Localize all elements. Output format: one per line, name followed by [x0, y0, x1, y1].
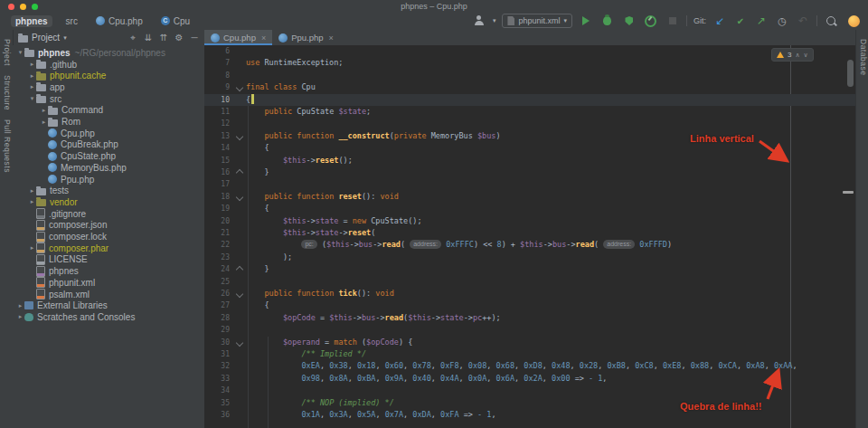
code-line-14[interactable]: 14 {	[204, 142, 855, 154]
tree-item-src[interactable]: ▾src	[13, 93, 205, 105]
user-menu-icon[interactable]	[472, 14, 486, 28]
tree-item-license[interactable]: LICENSE	[13, 254, 205, 266]
tree-item-phpnes[interactable]: phpnes	[13, 265, 205, 277]
fold-marker-icon[interactable]	[236, 290, 243, 298]
next-warning-button[interactable]: ∨	[804, 52, 808, 59]
breadcrumb-item-phpnes[interactable]: phpnes	[11, 15, 52, 27]
tree-item-tests[interactable]: ▸tests	[13, 185, 205, 196]
tree-chevron-icon[interactable]: ▸	[28, 61, 36, 68]
code-line-8[interactable]: 8	[204, 70, 855, 81]
select-opened-file-button-icon[interactable]: ⌖	[127, 33, 139, 43]
code-line-10[interactable]: 10{	[204, 94, 855, 106]
fold-marker-icon[interactable]	[236, 194, 243, 201]
code-line-28[interactable]: 28 $opCode = $this->bus->read($this->sta…	[204, 312, 855, 324]
tree-item-app[interactable]: ▸app	[13, 81, 205, 93]
tree-chevron-icon[interactable]: ▸	[16, 302, 24, 309]
code-line-33[interactable]: 33 0x98, 0x8A, 0xBA, 0x9A, 0x40, 0x4A, 0…	[204, 373, 855, 385]
tree-item-scratches-and-consoles[interactable]: ▸Scratches and Consoles	[13, 311, 205, 323]
tool-stripe-pull-requests[interactable]: Pull Requests	[3, 119, 12, 173]
tree-chevron-icon[interactable]: ▸	[28, 72, 36, 80]
fold-marker-icon[interactable]	[236, 133, 243, 140]
code-line-12[interactable]: 12	[204, 118, 855, 129]
tree-item-github[interactable]: ▸.github	[13, 59, 205, 71]
tree-item-cpustate-php[interactable]: CpuState.php	[13, 150, 205, 162]
tab-cpu-php[interactable]: Cpu.php×	[204, 30, 272, 45]
code-line-19[interactable]: 19 {	[204, 203, 855, 214]
tree-item-phpnes[interactable]: ▾phpnes~/RG/personal/phpnes	[13, 47, 205, 59]
code-line-18[interactable]: 18 public function reset(): void	[204, 191, 855, 203]
code-line-15[interactable]: 15 $this->reset();	[204, 155, 855, 166]
breadcrumb-item-src[interactable]: src	[61, 15, 82, 27]
tree-chevron-icon[interactable]: ▸	[40, 107, 48, 114]
project-panel-title-group[interactable]: Project ▾	[18, 33, 67, 43]
code-line-31[interactable]: 31 /** Implied */	[204, 348, 855, 360]
breadcrumb-item-cpu[interactable]: CCpu	[156, 15, 194, 27]
tab-ppu-php[interactable]: Ppu.php×	[272, 30, 340, 45]
tree-item-vendor[interactable]: ▸vendor	[13, 196, 205, 208]
tree-item-command[interactable]: ▸Command	[13, 105, 205, 117]
code-line-16[interactable]: 16 }	[204, 166, 855, 178]
code-line-17[interactable]: 17	[204, 178, 855, 190]
tree-item-cpu-php[interactable]: Cpu.php	[13, 128, 205, 139]
tree-item-ppu-php[interactable]: Ppu.php	[13, 174, 205, 185]
tree-item-memorybus-php[interactable]: MemoryBus.php	[13, 162, 205, 174]
close-tab-icon[interactable]: ×	[329, 33, 334, 43]
code-line-25[interactable]: 25	[204, 276, 855, 288]
code-line-22[interactable]: 22 pc: ($this->bus->read( address: 0xFFF…	[204, 239, 855, 251]
code-line-26[interactable]: 26 public function tick(): void	[204, 288, 855, 300]
tree-item-rom[interactable]: ▸Rom	[13, 116, 205, 128]
prev-warning-button[interactable]: ∧	[795, 52, 799, 59]
code-line-11[interactable]: 11 public CpuState $state;	[204, 106, 855, 118]
avatar-icon[interactable]	[846, 14, 861, 28]
tool-stripe-database[interactable]: Database	[859, 39, 868, 75]
code-editor[interactable]: 67use RuntimeException;89final class Cpu…	[204, 45, 855, 428]
search-everywhere-button-icon[interactable]	[824, 14, 838, 28]
tree-item-external-libraries[interactable]: ▸External Libraries	[13, 300, 205, 311]
minimize-window-button[interactable]	[20, 4, 26, 10]
commit-button-icon[interactable]: ✔	[733, 14, 748, 28]
close-window-button[interactable]	[8, 4, 14, 10]
tree-item-cpubreak-php[interactable]: CpuBreak.php	[13, 139, 205, 151]
tree-chevron-icon[interactable]: ▾	[28, 95, 36, 102]
tree-item-composer-phar[interactable]: ▸composer.phar	[13, 243, 205, 254]
tree-chevron-icon[interactable]: ▸	[28, 244, 36, 252]
code-line-13[interactable]: 13 public function __construct(private M…	[204, 130, 855, 142]
tree-item-phpunit-xml[interactable]: phpunit.xml	[13, 277, 205, 289]
run-configuration-select[interactable]: phpunit.xml ▾	[502, 14, 572, 28]
fold-marker-icon[interactable]	[236, 169, 243, 176]
fold-marker-icon[interactable]	[236, 338, 243, 346]
code-line-20[interactable]: 20 $this->state = new CpuState();	[204, 215, 855, 227]
code-line-7[interactable]: 7use RuntimeException;	[204, 57, 855, 69]
tool-stripe-project[interactable]: Project	[3, 39, 12, 66]
tree-item-gitignore[interactable]: .gitignore	[13, 208, 205, 220]
code-line-30[interactable]: 30 $operand = match ($opCode) {	[204, 337, 855, 348]
tree-item-phpunit-cache[interactable]: ▸phpunit.cache	[13, 70, 205, 81]
code-line-23[interactable]: 23 );	[204, 252, 855, 263]
debug-button-icon[interactable]	[600, 14, 615, 28]
hide-button-icon[interactable]: ─	[188, 33, 201, 43]
expand-all-button-icon[interactable]: ⇊	[142, 33, 155, 43]
fold-marker-icon[interactable]	[236, 266, 243, 273]
settings-button-icon[interactable]: ⚙	[173, 33, 185, 43]
tree-item-psalm-xml[interactable]: psalm.xml	[13, 289, 205, 300]
code-line-24[interactable]: 24 }	[204, 263, 855, 275]
code-line-34[interactable]: 34	[204, 385, 855, 396]
code-line-29[interactable]: 29	[204, 324, 855, 336]
code-line-27[interactable]: 27 {	[204, 300, 855, 311]
tree-chevron-icon[interactable]: ▸	[16, 313, 24, 320]
tree-chevron-icon[interactable]: ▾	[16, 49, 24, 56]
history-button-icon[interactable]: ◷	[775, 14, 789, 28]
error-stripe-mark[interactable]	[843, 191, 854, 194]
tool-stripe-structure[interactable]: Structure	[3, 75, 12, 110]
profiler-button-icon[interactable]	[644, 14, 658, 28]
update-project-button-icon[interactable]: ↙	[712, 14, 727, 28]
fold-marker-icon[interactable]	[236, 84, 243, 91]
run-button-icon[interactable]	[579, 14, 593, 28]
collapse-all-button-icon[interactable]: ⇈	[157, 33, 170, 43]
editor-scrollbar[interactable]	[847, 60, 854, 87]
tree-item-composer-lock[interactable]: composer.lock	[13, 231, 205, 243]
tree-chevron-icon[interactable]: ▸	[28, 83, 36, 90]
code-line-21[interactable]: 21 $this->state->reset(	[204, 227, 855, 239]
tree-chevron-icon[interactable]: ▸	[28, 198, 36, 205]
close-tab-icon[interactable]: ×	[261, 33, 266, 43]
